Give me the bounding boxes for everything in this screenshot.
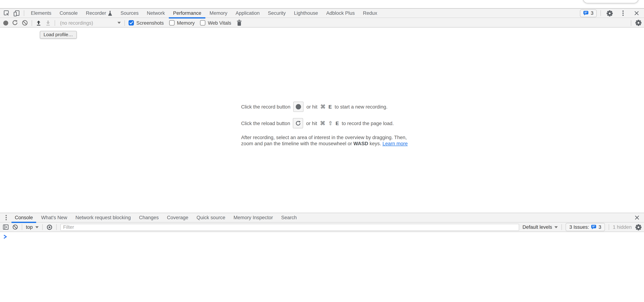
issues-count: 3 [598,224,601,230]
drawer-tab-network-request-blocking[interactable]: Network request blocking [71,213,135,222]
garbage-collect-button[interactable] [236,20,242,26]
close-devtools-button[interactable] [632,8,642,18]
show-sidebar-icon [3,224,8,230]
recordings-dropdown[interactable]: (no recordings) [60,20,121,26]
more-options-button[interactable] [618,8,628,18]
drawer-tab-coverage[interactable]: Coverage [163,213,192,222]
inspect-element-button[interactable] [2,8,12,18]
tab-elements[interactable]: Elements [27,8,56,18]
record-instruction-suffix: to start a new recording. [334,104,388,110]
performance-empty-state: Click the record button or hit ⌘ E to st… [241,102,408,146]
divider [124,20,125,26]
memory-label: Memory [177,20,194,26]
console-prompt-chevron-icon [3,234,7,239]
recordings-dropdown-label: (no recordings) [60,20,93,26]
message-bubble-icon [591,225,596,229]
context-label: top [26,224,33,230]
kebab-menu-icon [622,10,624,16]
drawer-tab-quick-source[interactable]: Quick source [192,213,230,222]
tab-lighthouse[interactable]: Lighthouse [290,8,322,18]
tab-console[interactable]: Console [56,8,82,18]
chevron-down-icon [35,226,38,228]
help-line1: After recording, select an area of inter… [241,134,407,140]
tab-application[interactable]: Application [232,8,264,18]
screenshots-label: Screenshots [136,20,164,26]
javascript-context-dropdown[interactable]: top [26,224,38,230]
reload-instruction-row: Click the reload button or hit ⌘ ⇧ E to … [241,118,408,128]
clear-console-button[interactable] [12,224,18,230]
screenshots-checkbox[interactable]: Screenshots [128,20,164,26]
kebab-menu-icon [6,215,7,220]
drawer-tab-whats-new[interactable]: What's New [37,213,71,222]
reload-instruction-suffix: to record the page load. [342,120,394,126]
drawer-more-tools-button[interactable] [2,213,10,222]
tab-network[interactable]: Network [143,8,169,18]
drawer-tab-changes[interactable]: Changes [135,213,163,222]
gear-icon [636,20,642,26]
issues-button[interactable]: 3 Issues: 3 [566,223,605,231]
divider [54,20,55,26]
record-instruction-prefix: Click the record button [241,104,290,110]
main-tabbar: Elements Console Recorder Sources Networ… [0,8,644,18]
performance-panel-body: Load profile… Click the record button or… [0,28,644,213]
help-line2-post: keys. [370,140,381,146]
device-toolbar-icon [13,10,20,16]
web-vitals-checkbox[interactable]: Web Vitals [200,20,231,26]
load-profile-tooltip: Load profile… [40,31,77,39]
tabbar-right-controls: 3 [580,8,642,18]
learn-more-link[interactable]: Learn more [382,140,408,146]
shortcut-key-e: E [328,104,332,110]
capture-settings-button[interactable] [636,20,642,26]
close-drawer-button[interactable] [632,213,642,222]
save-profile-button[interactable] [45,20,51,26]
shortcut-key-e: E [336,120,339,126]
drawer-tab-memory-inspector[interactable]: Memory Inspector [230,213,277,222]
log-levels-dropdown[interactable]: Default levels [522,224,558,230]
perf-toolbar-right [631,20,642,26]
gear-icon [636,224,642,230]
tab-sources[interactable]: Sources [116,8,143,18]
reload-instruction-middle: or hit [306,120,317,126]
tab-security[interactable]: Security [264,8,290,18]
tab-memory[interactable]: Memory [206,8,232,18]
checkbox-checked-icon [128,20,134,26]
devtools-window: Elements Console Recorder Sources Networ… [0,0,644,302]
inline-reload-button[interactable] [293,118,303,128]
reload-and-record-button[interactable] [12,20,18,26]
memory-checkbox[interactable]: Memory [169,20,194,26]
chevron-down-icon [118,22,121,24]
create-live-expression-button[interactable] [46,224,52,230]
console-prompt[interactable] [3,234,7,239]
console-filter-input[interactable] [60,224,519,231]
issues-label: 3 Issues: [570,224,589,230]
divider [22,224,22,230]
load-profile-button[interactable] [36,20,42,26]
device-toolbar-button[interactable] [12,8,22,18]
settings-button[interactable] [605,8,614,18]
tab-recorder[interactable]: Recorder [82,8,116,18]
issues-counter-button[interactable]: 3 [580,9,597,17]
console-sidebar-toggle-button[interactable] [3,224,8,230]
drawer-tab-search[interactable]: Search [277,213,301,222]
drawer-tabbar: Console What's New Network request block… [0,213,644,223]
divider [32,20,32,26]
reload-icon [295,120,301,126]
command-key-glyph: ⌘ [320,120,326,126]
shift-key-glyph: ⇧ [328,120,332,126]
clear-recording-button[interactable] [22,20,28,26]
tab-redux[interactable]: Redux [359,8,381,18]
record-button[interactable] [3,20,8,25]
log-levels-label: Default levels [522,224,552,230]
console-settings-button[interactable] [636,224,642,230]
issues-count: 3 [591,10,594,16]
console-messages-area[interactable] [0,232,644,302]
record-instruction-row: Click the record button or hit ⌘ E to st… [241,102,408,112]
checkbox-unchecked-icon [200,20,206,26]
help-line2-pre: zoom and pan the timeline with the mouse… [241,140,352,146]
tab-performance[interactable]: Performance [169,8,206,18]
performance-toolbar: (no recordings) Screenshots Memory Web V… [0,19,644,28]
inline-record-button[interactable] [293,102,304,112]
tab-adblock-plus[interactable]: Adblock Plus [322,8,359,18]
divider [631,20,631,26]
drawer-tab-console[interactable]: Console [10,213,37,222]
